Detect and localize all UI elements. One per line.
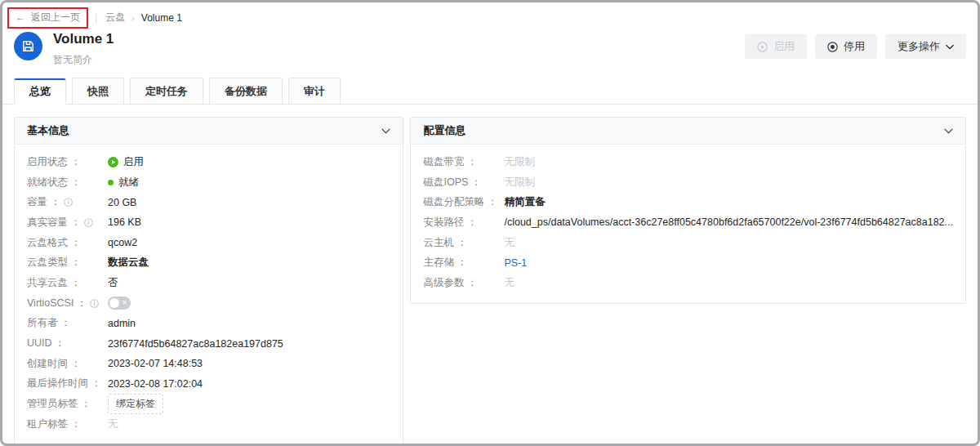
field-label: 容量 ： (27, 195, 108, 209)
tab-snapshot[interactable]: 快照 (72, 78, 124, 105)
detail-row: 磁盘IOPS ：无限制 (423, 172, 953, 193)
detail-row: 容量 ：20 GB (27, 192, 390, 212)
field-label: 高级参数 ： (423, 276, 504, 290)
back-link-label: 返回上一页 (31, 11, 80, 25)
tab-audit[interactable]: 审计 (288, 78, 341, 105)
field-value: 无 (504, 276, 953, 290)
field-value: 否 (108, 276, 390, 290)
breadcrumb-item-volumes[interactable]: 云盘 (105, 11, 125, 25)
detail-row: 启用状态 ：启用 (27, 152, 390, 172)
primary-storage-link[interactable]: PS-1 (504, 257, 953, 269)
title-block: Volume 1 暂无简介 (53, 30, 114, 67)
field-value: 绑定标签 (108, 394, 390, 414)
breadcrumb-item-current: Volume 1 (141, 12, 182, 24)
field-label: 安装路径 ： (423, 216, 504, 230)
breadcrumb-divider: | (95, 12, 97, 24)
field-label: 启用状态 ： (27, 155, 108, 169)
enable-button[interactable]: 启用 (745, 34, 807, 59)
detail-row: 就绪状态 ：就绪 (27, 172, 390, 193)
field-value: 数据云盘 (108, 256, 390, 270)
detail-row: 云盘格式 ：qcow2 (27, 233, 390, 253)
field-value: 无限制 (504, 155, 953, 169)
field-value: 20 GB (108, 197, 390, 208)
field-value: 无限制 (504, 176, 953, 190)
info-icon[interactable] (64, 198, 73, 207)
field-label: 所有者 ： (27, 316, 108, 330)
back-link[interactable]: ← 返回上一页 (7, 7, 88, 29)
detail-row: 高级参数 ：无 (423, 273, 953, 293)
field-value: 精简置备 (504, 195, 953, 209)
detail-row: 真实容量 ：196 KB (27, 212, 390, 233)
tab-backup-data[interactable]: 备份数据 (209, 78, 283, 105)
field-label: 云盘类型 ： (27, 256, 108, 270)
config-info-card-header: 配置信息 (411, 118, 965, 145)
button-label: 启用 (773, 39, 795, 54)
field-value: 2023-02-07 14:48:53 (108, 358, 390, 369)
field-value: /cloud_ps/dataVolumes/acct-36c27e8ff05c4… (504, 216, 953, 228)
page-subtitle: 暂无简介 (53, 53, 114, 67)
field-value: 启用 (108, 155, 390, 169)
bind-tag-button[interactable]: 绑定标签 (108, 394, 163, 414)
breadcrumb-separator-icon: › (131, 13, 135, 23)
info-icon[interactable] (90, 299, 99, 308)
basic-info-card-body: 启用状态 ：启用就绪状态 ：就绪容量 ：20 GB真实容量 ：196 KB云盘格… (15, 145, 403, 444)
field-value: 196 KB (108, 216, 390, 228)
detail-row: 管理员标签 ：绑定标签 (27, 394, 390, 414)
detail-row: 租户标签 ：无 (27, 414, 390, 435)
field-value: 2023-02-08 17:02:04 (108, 378, 390, 390)
detail-row: 共享云盘 ：否 (27, 273, 390, 293)
breadcrumb: ← 返回上一页 | 云盘 › Volume 1 (2, 2, 978, 27)
basic-info-card: 基本信息 启用状态 ：启用就绪状态 ：就绪容量 ：20 GB真实容量 ：196 … (14, 117, 403, 445)
tab-bar: 总览快照定时任务备份数据审计 (2, 78, 978, 105)
field-label: 真实容量 ： (27, 216, 108, 230)
power-circle-icon (827, 42, 838, 52)
detail-row: 磁盘分配策略 ：精简置备 (423, 192, 953, 212)
field-label: 云盘格式 ： (27, 236, 108, 250)
field-value: 就绪 (108, 176, 390, 190)
collapse-chevron-down-icon[interactable] (381, 128, 390, 134)
field-value: 无 (108, 417, 390, 431)
disable-button[interactable]: 停用 (815, 34, 877, 59)
collapse-chevron-down-icon[interactable] (944, 128, 953, 134)
field-label: 租户标签 ： (27, 417, 108, 431)
detail-row: 云盘类型 ：数据云盘 (27, 252, 390, 273)
config-info-card: 配置信息 磁盘带宽 ：无限制磁盘IOPS ：无限制磁盘分配策略 ：精简置备安装路… (410, 117, 966, 304)
field-label: 主存储 ： (423, 256, 504, 270)
button-label: 更多操作 (898, 39, 940, 54)
field-label: 磁盘IOPS ： (423, 176, 504, 190)
field-label: VirtioSCSI ： (27, 297, 108, 310)
status-play-icon (108, 157, 118, 167)
field-label: 磁盘带宽 ： (423, 155, 504, 169)
tab-scheduled-tasks[interactable]: 定时任务 (130, 78, 203, 105)
config-info-card-body: 磁盘带宽 ：无限制磁盘IOPS ：无限制磁盘分配策略 ：精简置备安装路径 ：/c… (411, 145, 965, 303)
virtioscsi-toggle[interactable] (108, 297, 131, 310)
field-label: 管理员标签 ： (27, 397, 108, 411)
status-dot-icon (108, 180, 114, 185)
detail-row: 所有者 ：admin (27, 314, 390, 334)
info-icon[interactable] (84, 218, 93, 227)
detail-row: VirtioSCSI ： (27, 293, 390, 314)
field-value: 无 (504, 236, 953, 250)
field-value (108, 297, 390, 310)
tab-overview[interactable]: 总览 (14, 78, 66, 105)
field-label: 就绪状态 ： (27, 176, 108, 190)
overview-content: 基本信息 启用状态 ：启用就绪状态 ：就绪容量 ：20 GB真实容量 ：196 … (2, 105, 978, 446)
detail-row: 磁盘带宽 ：无限制 (423, 152, 953, 172)
basic-info-card-title: 基本信息 (27, 123, 69, 138)
field-value: admin (108, 318, 390, 329)
volume-detail-page: ← 返回上一页 | 云盘 › Volume 1 Volume 1 暂无简介 启用… (0, 0, 980, 446)
header-actions: 启用停用更多操作 (745, 30, 966, 59)
button-label: 停用 (844, 39, 865, 54)
chevron-down-icon (946, 44, 954, 50)
detail-row: 云主机 ：无 (423, 233, 953, 253)
detail-row: UUID ：23f6774fd5b64827ac8a182ea197d875 (27, 333, 390, 354)
page-title: Volume 1 (53, 30, 114, 48)
config-info-card-title: 配置信息 (423, 123, 466, 138)
field-value: 23f6774fd5b64827ac8a182ea197d875 (108, 338, 390, 350)
detail-row: 最后操作时间 ：2023-02-08 17:02:04 (27, 374, 390, 395)
play-circle-icon (757, 42, 768, 52)
more-actions-button[interactable]: 更多操作 (885, 34, 966, 59)
field-label: UUID ： (27, 337, 108, 350)
basic-info-card-header: 基本信息 (15, 118, 403, 145)
page-header: Volume 1 暂无简介 启用停用更多操作 (2, 27, 978, 67)
